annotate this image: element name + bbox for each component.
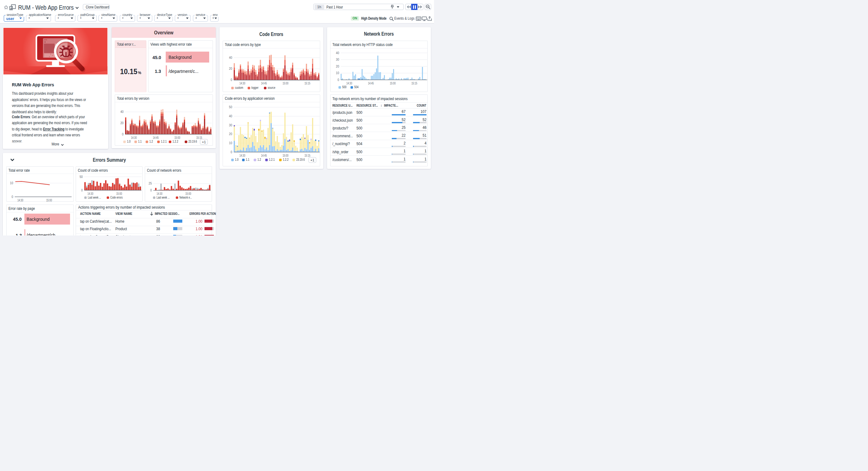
svg-text:0: 0 (230, 78, 232, 82)
svg-text:10: 10 (10, 181, 13, 185)
svg-text:14:45: 14:45 (261, 154, 267, 157)
svg-text:40: 40 (229, 56, 232, 59)
svg-text:10: 10 (229, 141, 232, 145)
svg-text:15:00: 15:00 (46, 199, 52, 202)
svg-text:+1: +1 (202, 140, 206, 144)
svg-text:20: 20 (229, 67, 232, 71)
svg-text:14:30: 14:30 (131, 136, 137, 139)
svg-text:15:00: 15:00 (390, 82, 396, 85)
svg-text:23.19.6: 23.19.6 (189, 140, 197, 143)
svg-text:14:30: 14:30 (346, 82, 352, 85)
svg-text:14:30: 14:30 (239, 154, 245, 157)
svg-text:14:30: 14:30 (156, 192, 162, 196)
svg-text:30: 30 (336, 58, 339, 62)
svg-text:0: 0 (81, 188, 83, 192)
svg-text:23.19.6: 23.19.6 (296, 158, 305, 162)
svg-text:0: 0 (230, 150, 232, 154)
svg-text:1.0: 1.0 (127, 140, 130, 143)
svg-text:20: 20 (336, 65, 339, 68)
svg-text:40: 40 (120, 110, 124, 114)
svg-text:0: 0 (337, 78, 339, 82)
svg-text:40: 40 (336, 51, 339, 55)
svg-text:Network e...: Network e... (179, 196, 192, 200)
svg-text:504: 504 (354, 86, 359, 89)
svg-text:14:45: 14:45 (261, 82, 267, 85)
svg-text:source: source (268, 86, 275, 90)
svg-text:0: 0 (122, 132, 124, 136)
svg-text:15:15: 15:15 (304, 154, 310, 157)
svg-text:14:45: 14:45 (368, 82, 374, 85)
svg-text:15:00: 15:00 (175, 136, 180, 139)
svg-text:40: 40 (229, 115, 232, 118)
svg-text:1.2: 1.2 (150, 140, 153, 143)
svg-text:1.2.2: 1.2.2 (283, 158, 288, 162)
svg-text:15:00: 15:00 (185, 192, 191, 196)
svg-text:custom: custom (235, 86, 243, 90)
svg-text:0: 0 (11, 195, 13, 199)
svg-text:logger: logger (251, 86, 258, 90)
svg-text:50: 50 (80, 175, 83, 179)
svg-text:Last week ...: Last week ... (88, 196, 101, 200)
svg-text:50: 50 (229, 106, 232, 109)
svg-text:Last week ...: Last week ... (156, 196, 169, 200)
svg-text:+1: +1 (310, 158, 314, 162)
svg-text:1.2.1: 1.2.1 (269, 158, 275, 162)
svg-text:14:30: 14:30 (18, 199, 24, 202)
svg-text:1.2.1: 1.2.1 (161, 140, 167, 143)
svg-text:1.0: 1.0 (235, 158, 238, 162)
svg-text:14:30: 14:30 (87, 192, 93, 196)
svg-text:20: 20 (120, 121, 124, 125)
svg-text:15:15: 15:15 (411, 82, 417, 85)
svg-text:14:30: 14:30 (239, 82, 245, 85)
svg-text:15:00: 15:00 (282, 154, 288, 157)
svg-text:0: 0 (150, 188, 152, 192)
svg-text:15:15: 15:15 (196, 136, 202, 139)
svg-text:30: 30 (229, 123, 232, 127)
svg-text:500: 500 (342, 86, 346, 89)
svg-text:15:00: 15:00 (282, 82, 288, 85)
svg-text:15:15: 15:15 (304, 82, 310, 85)
svg-text:25: 25 (149, 182, 152, 185)
svg-text:14:45: 14:45 (153, 136, 159, 139)
svg-text:1.1: 1.1 (246, 158, 249, 162)
svg-text:Code errors: Code errors (111, 196, 123, 200)
svg-text:20: 20 (229, 132, 232, 136)
svg-text:1.1: 1.1 (138, 140, 142, 143)
svg-text:1.2: 1.2 (257, 158, 261, 162)
svg-text:1.2.2: 1.2.2 (173, 140, 178, 143)
svg-text:15:00: 15:00 (116, 192, 122, 196)
svg-text:10: 10 (336, 71, 339, 75)
